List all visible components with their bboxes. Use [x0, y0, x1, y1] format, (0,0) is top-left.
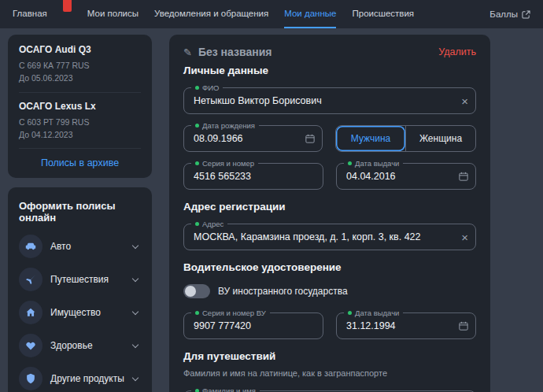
clear-icon[interactable]: × [461, 231, 468, 243]
product-label: Другие продукты [50, 373, 125, 384]
license-issue-date-field: Дата выдачи [336, 312, 476, 339]
filled-dot [195, 124, 199, 128]
chevron-down-icon [132, 341, 139, 347]
passport-issue-date-label: Дата выдачи [344, 158, 403, 168]
license-number-label: Серия и номер ВУ [191, 308, 270, 318]
points-link[interactable]: Баллы [489, 9, 530, 19]
birth-date-label: Дата рождения [191, 120, 259, 131]
profile-form-panel: ✎ Без названия Удалить Личные данные ФИО… [169, 35, 490, 392]
product-item-auto[interactable]: Авто [19, 230, 141, 263]
address-field: Адрес × [183, 224, 476, 250]
form-title: Без названия [198, 46, 272, 58]
home-icon [19, 301, 42, 324]
passport-row: Серия и номер Дата выдачи [183, 163, 476, 190]
product-item-health[interactable]: Здоровье [19, 329, 141, 362]
nav-item-incidents[interactable]: Происшествия [352, 0, 414, 28]
filled-dot [195, 161, 199, 165]
edit-icon[interactable]: ✎ [183, 46, 192, 58]
license-row: Серия и номер ВУ Дата выдачи [183, 312, 476, 339]
gender-male-button[interactable]: Мужчина [336, 126, 405, 151]
product-label: Имущество [50, 307, 125, 318]
brand-flag-logo [63, 0, 72, 12]
calendar-icon[interactable] [305, 134, 315, 143]
chevron-down-icon [132, 275, 139, 281]
clear-icon[interactable]: × [461, 95, 468, 107]
points-label: Баллы [489, 9, 518, 19]
travel-name-label: Фамилия и имя [191, 386, 260, 392]
product-item-other[interactable]: Другие продукты [19, 362, 141, 392]
products-panel: Оформить полисы онлайн Авто Путешествия [8, 187, 152, 392]
policy-valid-until: До 04.12.2023 [19, 128, 141, 141]
filled-dot [348, 161, 352, 165]
section-address-heading: Адрес регистрации [183, 201, 476, 213]
chevron-down-icon [132, 308, 139, 314]
chevron-down-icon [132, 242, 139, 248]
main-nav: Главная Мои полисы Уведомления и обращен… [13, 0, 414, 28]
section-travel-heading: Для путешествий [183, 350, 476, 362]
license-number-field: Серия и номер ВУ [183, 312, 323, 339]
top-nav: Главная Мои полисы Уведомления и обращен… [0, 0, 543, 28]
section-personal-heading: Личные данные [183, 65, 476, 76]
product-item-travel[interactable]: Путешествия [19, 263, 141, 296]
filled-dot [195, 222, 199, 226]
filled-dot [195, 389, 199, 392]
policy-title: ОСАГО Lexus Lx [19, 101, 141, 112]
travel-caption: Фамилия и имя на латинице, как в загранп… [183, 368, 476, 378]
plane-icon [19, 268, 42, 291]
filled-dot [348, 311, 352, 315]
calendar-icon[interactable] [459, 172, 468, 181]
toggle-knob [185, 286, 196, 297]
policy-card-audi[interactable]: ОСАГО Audi Q3 С 669 КА 777 RUS До 05.06.… [19, 36, 141, 93]
nav-item-home[interactable]: Главная [13, 0, 47, 28]
product-label: Путешествия [50, 274, 125, 285]
section-license-heading: Водительское удостоверение [183, 261, 476, 273]
products-title: Оформить полисы онлайн [19, 200, 141, 224]
passport-issue-date-field: Дата выдачи [336, 163, 476, 190]
form-header: ✎ Без названия Удалить [183, 46, 476, 58]
nav-item-policies[interactable]: Мои полисы [87, 0, 139, 28]
passport-number-field: Серия и номер [183, 163, 323, 190]
policy-valid-until: До 05.06.2023 [19, 72, 141, 84]
delete-button[interactable]: Удалить [438, 46, 476, 57]
address-input[interactable] [184, 224, 475, 250]
product-label: Здоровье [50, 340, 125, 351]
passport-number-label: Серия и номер [191, 158, 258, 168]
product-label: Авто [50, 241, 125, 252]
app-root: Главная Мои полисы Уведомления и обращен… [0, 0, 543, 392]
external-link-icon [522, 10, 530, 19]
nav-item-notifications[interactable]: Уведомления и обращения [154, 0, 268, 28]
filled-dot [195, 86, 199, 90]
product-item-property[interactable]: Имущество [19, 296, 141, 329]
fio-input[interactable] [184, 88, 475, 113]
birth-gender-row: Дата рождения Мужчина Женщина [183, 125, 476, 152]
fio-label: ФИО [191, 83, 223, 93]
foreign-license-toggle-row: ВУ иностранного государства [183, 284, 476, 298]
sidebar: ОСАГО Audi Q3 С 669 КА 777 RUS До 05.06.… [8, 35, 152, 392]
policy-title: ОСАГО Audi Q3 [19, 44, 141, 55]
archived-policies-link[interactable]: Полисы в архиве [19, 149, 141, 173]
filled-dot [195, 311, 199, 315]
calendar-icon[interactable] [459, 321, 468, 331]
policy-plate: С 603 РТ 799 RUS [19, 116, 141, 128]
policies-panel: ОСАГО Audi Q3 С 669 КА 777 RUS До 05.06.… [8, 35, 152, 178]
car-icon [19, 235, 42, 258]
chevron-down-icon [132, 374, 139, 380]
address-label: Адрес [191, 219, 227, 229]
foreign-license-toggle-label: ВУ иностранного государства [218, 286, 348, 297]
gender-toggle-group: Мужчина Женщина [335, 125, 476, 152]
nav-item-my-data[interactable]: Мои данные [284, 0, 336, 28]
gender-female-button[interactable]: Женщина [405, 126, 475, 151]
policy-plate: С 669 КА 777 RUS [19, 59, 141, 72]
shield-icon [19, 367, 42, 390]
heart-icon [19, 334, 42, 357]
policy-card-lexus[interactable]: ОСАГО Lexus Lx С 603 РТ 799 RUS До 04.12… [19, 93, 141, 150]
foreign-license-toggle[interactable] [183, 284, 210, 298]
birth-date-field: Дата рождения [183, 125, 323, 152]
fio-field: ФИО × [183, 87, 476, 114]
license-issue-date-label: Дата выдачи [344, 308, 403, 318]
